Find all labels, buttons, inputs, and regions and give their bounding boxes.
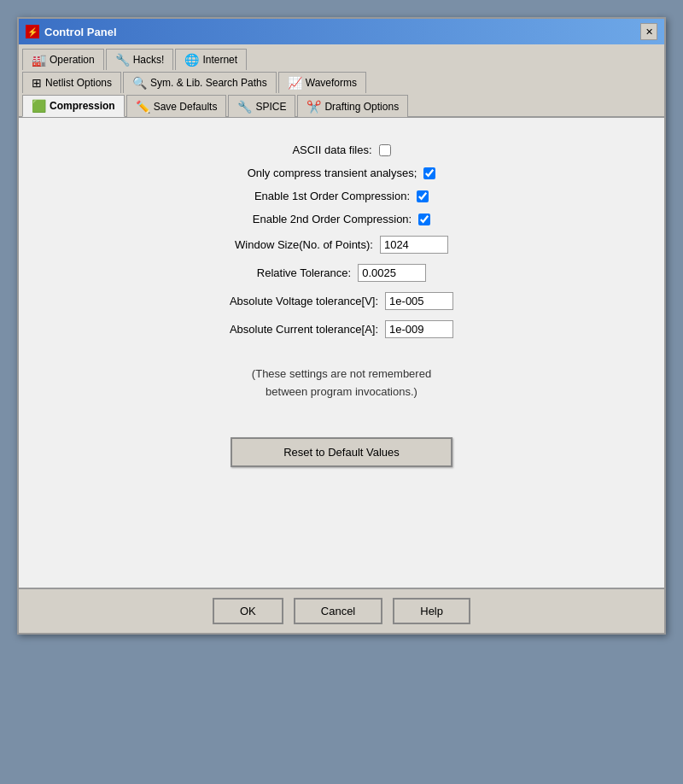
abs-current-input[interactable] xyxy=(385,320,453,338)
ascii-label: ASCII data files: xyxy=(292,143,371,156)
tab-waveforms[interactable]: 📈 Waveforms xyxy=(278,72,366,93)
relative-tolerance-input[interactable] xyxy=(358,264,426,282)
tab-drafting[interactable]: ✂️ Drafting Options xyxy=(297,95,408,117)
tab-hacks-label: Hacks! xyxy=(133,54,165,66)
tab-symlib[interactable]: 🔍 Sym. & Lib. Search Paths xyxy=(123,72,277,93)
tab-netlist-label: Netlist Options xyxy=(45,77,112,89)
form-row-abs-voltage: Absolute Voltage tolerance[V]: xyxy=(53,292,630,310)
window-size-label: Window Size(No. of Points): xyxy=(235,238,373,251)
save-defaults-icon: ✏️ xyxy=(136,100,150,114)
1st-order-checkbox[interactable] xyxy=(417,190,429,202)
ascii-checkbox-item xyxy=(379,144,391,156)
tab-internet-label: Internet xyxy=(202,54,237,66)
form-row-ascii: ASCII data files: xyxy=(53,143,630,156)
operation-icon: 🏭 xyxy=(32,53,46,67)
window-size-input[interactable] xyxy=(380,236,448,254)
netlist-icon: ⊞ xyxy=(32,76,42,90)
tab-compression-label: Compression xyxy=(50,100,115,112)
rel-tol-label: Relative Tolerance: xyxy=(257,266,351,279)
tab-save-defaults-label: Save Defaults xyxy=(154,101,218,113)
bottom-bar: OK Cancel Help xyxy=(19,588,664,633)
title-bar: ⚡ Control Panel ✕ xyxy=(19,19,664,44)
form-row-window-size: Window Size(No. of Points): xyxy=(53,236,630,254)
spice-icon: 🔧 xyxy=(237,100,252,114)
note-line2: between program invocations.) xyxy=(266,385,417,398)
transient-checkbox-item xyxy=(423,167,435,179)
note-line1: (These settings are not remembered xyxy=(252,367,431,380)
tab-netlist[interactable]: ⊞ Netlist Options xyxy=(22,72,121,93)
ok-button[interactable]: OK xyxy=(213,598,283,624)
form-row-transient: Only compress transient analyses; xyxy=(53,167,630,179)
tab-hacks[interactable]: 🔧 Hacks! xyxy=(106,49,174,70)
1st-order-label: Enable 1st Order Compression: xyxy=(254,190,410,202)
form-row-abs-current: Absolute Current tolerance[A]: xyxy=(53,320,630,338)
1st-order-checkbox-item xyxy=(417,190,429,202)
close-button[interactable]: ✕ xyxy=(640,23,657,40)
tab-internet[interactable]: 🌐 Internet xyxy=(175,49,247,70)
symlib-icon: 🔍 xyxy=(132,76,147,90)
2nd-order-checkbox[interactable] xyxy=(418,214,430,225)
control-panel-window: ⚡ Control Panel ✕ 🏭 Operation 🔧 Hacks! 🌐… xyxy=(17,17,666,635)
tab-save-defaults[interactable]: ✏️ Save Defaults xyxy=(126,95,227,117)
content-area: ASCII data files: Only compress transien… xyxy=(19,118,664,588)
form-section: ASCII data files: Only compress transien… xyxy=(53,143,630,467)
cancel-button[interactable]: Cancel xyxy=(294,598,382,624)
drafting-icon: ✂️ xyxy=(306,100,321,114)
hacks-icon: 🔧 xyxy=(115,53,130,67)
tab-drafting-label: Drafting Options xyxy=(324,101,399,113)
title-bar-left: ⚡ Control Panel xyxy=(26,25,117,38)
compression-icon: 🟩 xyxy=(32,99,46,113)
transient-checkbox[interactable] xyxy=(423,167,435,179)
tab-row-1: 🏭 Operation 🔧 Hacks! 🌐 Internet xyxy=(22,48,661,69)
app-icon: ⚡ xyxy=(26,25,39,38)
note-text: (These settings are not remembered betwe… xyxy=(252,366,431,401)
abs-current-label: Absolute Current tolerance[A]: xyxy=(230,323,378,336)
2nd-order-checkbox-item xyxy=(418,214,430,225)
2nd-order-label: Enable 2nd Order Compression: xyxy=(253,213,412,225)
waveforms-icon: 📈 xyxy=(288,76,302,90)
tab-operation-label: Operation xyxy=(50,54,95,66)
tab-bar: 🏭 Operation 🔧 Hacks! 🌐 Internet ⊞ Netlis… xyxy=(19,44,664,118)
internet-icon: 🌐 xyxy=(184,53,199,67)
reset-button[interactable]: Reset to Default Values xyxy=(231,437,452,467)
tab-operation[interactable]: 🏭 Operation xyxy=(22,49,104,70)
tab-row-3: 🟩 Compression ✏️ Save Defaults 🔧 SPICE ✂… xyxy=(22,94,661,116)
tab-row-2: ⊞ Netlist Options 🔍 Sym. & Lib. Search P… xyxy=(22,71,661,92)
form-row-2nd-order: Enable 2nd Order Compression: xyxy=(53,213,630,225)
abs-voltage-input[interactable] xyxy=(385,292,453,310)
window-title: Control Panel xyxy=(44,26,117,38)
form-row-rel-tol: Relative Tolerance: xyxy=(53,264,630,282)
tab-spice-label: SPICE xyxy=(255,101,286,113)
transient-label: Only compress transient analyses; xyxy=(248,167,417,179)
abs-voltage-label: Absolute Voltage tolerance[V]: xyxy=(230,295,378,307)
tab-waveforms-label: Waveforms xyxy=(306,77,357,89)
form-row-1st-order: Enable 1st Order Compression: xyxy=(53,190,630,202)
help-button[interactable]: Help xyxy=(393,598,470,624)
tab-compression[interactable]: 🟩 Compression xyxy=(22,95,125,117)
tab-spice[interactable]: 🔧 SPICE xyxy=(228,95,295,117)
tab-symlib-label: Sym. & Lib. Search Paths xyxy=(150,77,267,89)
ascii-checkbox[interactable] xyxy=(379,144,391,156)
